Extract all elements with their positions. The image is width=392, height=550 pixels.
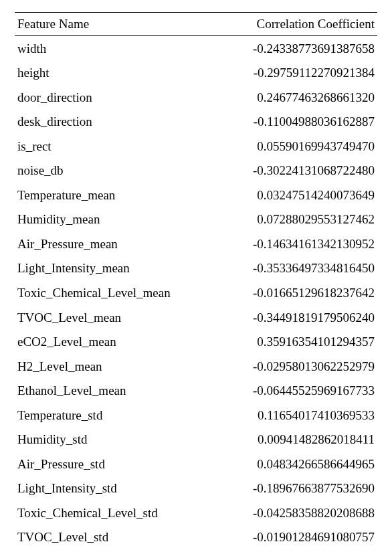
- table-row: desk_direction-0.11004988036162887: [15, 110, 377, 134]
- coefficient-cell: 0.05590169943749470: [216, 134, 377, 159]
- table-row: Humidity_std0.00941482862018411: [15, 428, 377, 452]
- coefficient-cell: 0.04834266586644965: [216, 452, 377, 476]
- feature-name-cell: TVOC_Level_std: [15, 525, 216, 550]
- feature-name-cell: Humidity_std: [15, 428, 216, 452]
- feature-name-cell: door_direction: [15, 85, 216, 110]
- feature-name-cell: Toxic_Chemical_Level_mean: [15, 280, 216, 305]
- table-row: Toxic_Chemical_Level_mean-0.016651296182…: [15, 280, 377, 305]
- coefficient-cell: -0.14634161342130952: [216, 232, 377, 256]
- col-header-coefficient: Correlation Coefficient: [216, 13, 377, 36]
- table-row: height-0.29759112270921384: [15, 61, 377, 86]
- coefficient-cell: -0.18967663877532690: [216, 476, 377, 501]
- coefficient-cell: -0.01901284691080757: [216, 525, 377, 550]
- table-row: TVOC_Level_mean-0.34491819179506240: [15, 305, 377, 330]
- coefficient-cell: -0.29759112270921384: [216, 61, 377, 86]
- feature-name-cell: eCO2_Level_mean: [15, 330, 216, 355]
- table-row: noise_db-0.30224131068722480: [15, 159, 377, 183]
- feature-name-cell: Ethanol_Level_mean: [15, 379, 216, 403]
- feature-name-cell: is_rect: [15, 134, 216, 159]
- coefficient-cell: 0.07288029553127462: [216, 207, 377, 232]
- table-row: TVOC_Level_std-0.01901284691080757: [15, 525, 377, 550]
- correlation-table: Feature Name Correlation Coefficient wid…: [15, 12, 377, 550]
- table-row: is_rect0.05590169943749470: [15, 134, 377, 159]
- table-row: Air_Pressure_std0.04834266586644965: [15, 452, 377, 476]
- feature-name-cell: Light_Intensity_std: [15, 476, 216, 501]
- coefficient-cell: -0.35336497334816450: [216, 256, 377, 281]
- table-row: Toxic_Chemical_Level_std-0.0425835882020…: [15, 500, 377, 525]
- coefficient-cell: 0.11654017410369533: [216, 403, 377, 428]
- coefficient-cell: -0.11004988036162887: [216, 110, 377, 134]
- feature-name-cell: H2_Level_mean: [15, 354, 216, 379]
- table-row: Light_Intensity_std-0.18967663877532690: [15, 476, 377, 501]
- feature-name-cell: Light_Intensity_mean: [15, 256, 216, 281]
- coefficient-cell: -0.06445525969167733: [216, 379, 377, 403]
- feature-name-cell: Toxic_Chemical_Level_std: [15, 500, 216, 525]
- table-row: width-0.24338773691387658: [15, 36, 377, 61]
- table-row: Temperature_std0.11654017410369533: [15, 403, 377, 428]
- coefficient-cell: -0.02958013062252979: [216, 354, 377, 379]
- coefficient-cell: -0.30224131068722480: [216, 159, 377, 183]
- feature-name-cell: desk_direction: [15, 110, 216, 134]
- table-row: door_direction0.24677463268661320: [15, 85, 377, 110]
- coefficient-cell: 0.00941482862018411: [216, 428, 377, 452]
- table-row: Temperature_mean0.03247514240073649: [15, 183, 377, 207]
- feature-name-cell: Air_Pressure_mean: [15, 232, 216, 256]
- coefficient-cell: -0.04258358820208688: [216, 500, 377, 525]
- feature-name-cell: TVOC_Level_mean: [15, 305, 216, 330]
- table-row: H2_Level_mean-0.02958013062252979: [15, 354, 377, 379]
- feature-name-cell: Humidity_mean: [15, 207, 216, 232]
- coefficient-cell: 0.03247514240073649: [216, 183, 377, 207]
- coefficient-cell: -0.34491819179506240: [216, 305, 377, 330]
- feature-name-cell: Air_Pressure_std: [15, 452, 216, 476]
- coefficient-cell: -0.24338773691387658: [216, 36, 377, 61]
- col-header-feature: Feature Name: [15, 13, 216, 36]
- feature-name-cell: width: [15, 36, 216, 61]
- table-row: Ethanol_Level_mean-0.06445525969167733: [15, 379, 377, 403]
- feature-name-cell: height: [15, 61, 216, 86]
- table-row: eCO2_Level_mean0.35916354101294357: [15, 330, 377, 355]
- table-row: Humidity_mean0.07288029553127462: [15, 207, 377, 232]
- feature-name-cell: Temperature_mean: [15, 183, 216, 207]
- table-row: Light_Intensity_mean-0.35336497334816450: [15, 256, 377, 281]
- table-row: Air_Pressure_mean-0.14634161342130952: [15, 232, 377, 256]
- feature-name-cell: noise_db: [15, 159, 216, 183]
- coefficient-cell: -0.01665129618237642: [216, 280, 377, 305]
- feature-name-cell: Temperature_std: [15, 403, 216, 428]
- coefficient-cell: 0.24677463268661320: [216, 85, 377, 110]
- coefficient-cell: 0.35916354101294357: [216, 330, 377, 355]
